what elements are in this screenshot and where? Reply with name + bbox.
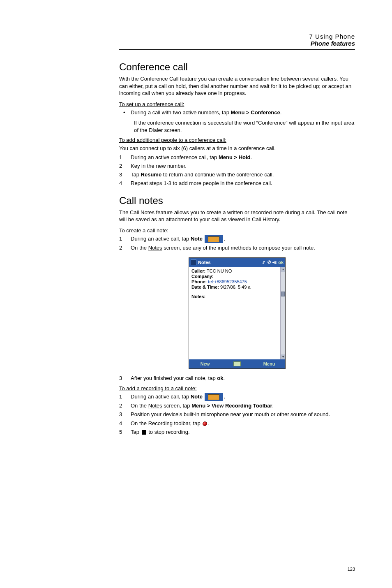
rec-step-1: 1 During an active call, tap Note . [119,393,355,401]
signal-icon: ⫽ [262,260,266,264]
note-softkey-icon [205,235,223,243]
phone-tel-link[interactable]: tel:+886952355475 [208,279,247,284]
scrollbar[interactable]: ▴ ▾ [280,267,285,359]
call-notes-intro: The Call Notes feature allows you to cre… [119,209,355,223]
new-softkey[interactable]: New [189,361,221,366]
add-people-intro: You can connect up to six (6) callers at… [119,145,355,152]
keyboard-icon[interactable] [233,361,241,366]
conf-step-4: 4Repeat steps 1-3 to add more people in … [119,180,355,187]
conference-call-heading: Conference call [119,61,355,73]
rec-step-3: 3 Position your device's built-in microp… [119,411,355,418]
phone-icon: ✆ [267,260,271,264]
ok-button[interactable]: ok [278,260,284,265]
rec-step-5: 5 Tap to stop recording. [119,428,355,436]
call-notes-heading: Call notes [119,195,355,206]
stop-icon [142,430,146,435]
conf-step-2: 2Key in the new number. [119,162,355,170]
create-note-heading: To create a call note: [119,227,355,234]
record-icon [203,421,207,426]
header-section: Phone features [119,40,355,47]
note-softkey-icon [205,393,223,401]
conf-step-3: 3Tap Resume to return and continue with … [119,171,355,178]
setup-conference-heading: To set up a conference call: [119,101,355,107]
page-number: 123 [348,567,355,572]
create-step-1: 1 During an active call, tap Note . [119,235,355,243]
rec-step-4: 4 On the Recording toolbar, tap . [119,420,355,427]
header-chapter: 7 Using Phone [119,33,355,40]
conference-intro: With the Conference Call feature you can… [119,75,355,97]
add-people-heading: To add additional people to a conference… [119,137,355,143]
scroll-thumb[interactable] [281,292,285,296]
create-step-2: 2 On the Notes screen, use any of the in… [119,244,355,252]
conf-step-1: 1During an active conference call, tap M… [119,154,355,161]
rec-step-2: 2 On the Notes screen, tap Menu > View R… [119,402,355,410]
speaker-icon: ◂ᴇ [272,260,277,264]
create-step-3: 3 After you finished your call note, tap… [119,375,355,382]
scroll-down-icon[interactable]: ▾ [281,354,285,359]
app-icon [191,259,196,265]
notes-title: Notes [198,260,260,265]
notes-app-screenshot: Notes ⫽ ✆ ◂ᴇ ok Caller: TCC NU NO Compan… [189,257,286,369]
scroll-up-icon[interactable]: ▴ [281,267,285,272]
add-recording-heading: To add a recording to a call note: [119,385,355,391]
menu-softkey[interactable]: Menu [253,361,285,366]
header-rule [119,49,355,50]
setup-bullet-sub: If the conference connection is successf… [134,119,355,134]
setup-bullet: During a call with two active numbers, t… [119,109,355,116]
